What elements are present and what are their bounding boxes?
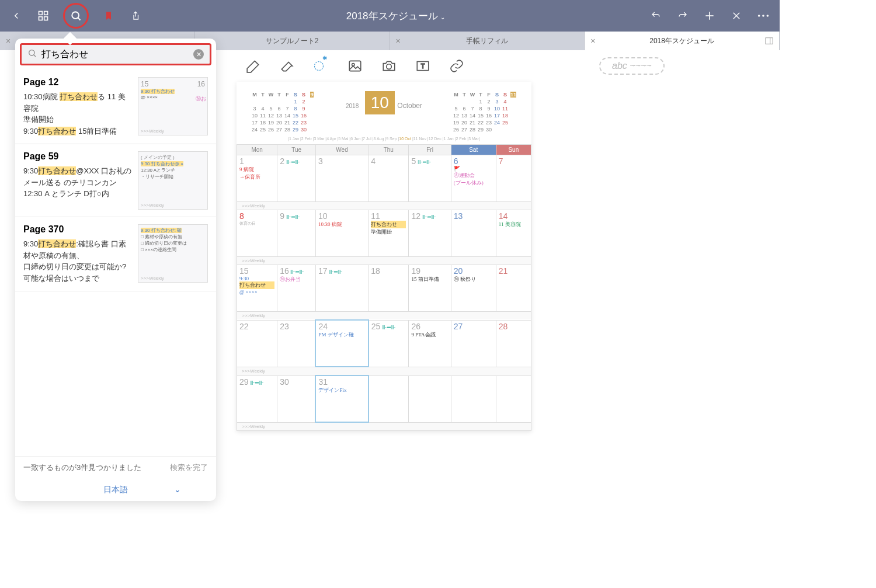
chevron-down-icon: ⌄ [174,485,181,494]
search-icon[interactable] [69,9,83,23]
undo-icon[interactable] [649,9,663,23]
clear-icon[interactable]: ✕ [193,49,204,60]
top-toolbar: 2018年スケジュール ⌄ [0,0,780,32]
search-input[interactable] [41,49,193,60]
svg-text:T: T [421,62,425,69]
calendar-cell[interactable]: 6🚩Ⓐ運動会(プール休み) [451,155,496,202]
more-icon[interactable] [756,9,770,23]
result-snippet: 10:30病院 打ち合わせる 11 美容院準備開始9:30打ち合わせ 15前日準… [23,91,132,137]
search-input-highlighted: ✕ [20,43,211,65]
result-snippet: 9:30打ち合わせ:確認ら書 口素材や原稿の有無、口締め切り日の変更は可能か?可… [23,238,132,284]
calendar-cell[interactable]: 159:30打ち合わせ@ ×××× [237,265,277,312]
close-icon[interactable] [729,9,743,23]
search-language[interactable]: 日本語⌄ [15,479,216,501]
calendar-cell[interactable]: 30 [277,375,316,422]
tab-2[interactable]: ×手帳リフィル [390,32,585,50]
mini-cal-prev: MTWTFSS912345678910111213141516171819202… [251,91,316,133]
search-panel: ✕ Page 1210:30病院 打ち合わせる 11 美容院準備開始9:30打ち… [15,39,216,501]
lasso-icon[interactable]: ✱ [313,58,329,74]
calendar-cell[interactable]: 28 [496,320,531,367]
calendar-cell[interactable]: 1010:30 病院 [315,210,368,257]
eraser-icon[interactable] [279,58,296,74]
calendar-cell[interactable]: 2 ⊪━⊪ [277,155,316,202]
calendar-cell[interactable]: 19 病院→保育所 [237,155,277,202]
calendar-cell[interactable]: 269 PTA会議 [409,320,451,367]
calendar-cell[interactable]: 11打ち合わせ準備開始 [369,210,409,257]
handwriting-input[interactable]: abc ~~~~ [599,57,665,75]
text-icon[interactable]: T [415,58,431,74]
search-footer: 一致するものが3件見つかりました 検索を完了 [15,456,216,479]
calendar-cell[interactable] [451,375,496,422]
add-icon[interactable] [703,9,717,23]
svg-rect-2 [39,17,43,20]
calendar-cell[interactable]: 27 [451,320,496,367]
result-page-title: Page 12 [23,77,132,88]
svg-rect-16 [349,61,361,71]
tab-close-icon[interactable]: × [396,36,401,46]
svg-point-15 [315,62,324,71]
calendar-cell[interactable]: 7 [496,155,531,202]
result-thumbnail: ( メインの予定 )9:30 打ち合わせ@ ×12:30 Aとランチ・リサーチ開… [138,151,208,210]
calendar-cell[interactable]: 1411 美容院 [496,210,531,257]
calendar-cell[interactable]: 31デザインFix [315,375,368,422]
calendar-cell[interactable] [369,375,409,422]
svg-line-22 [34,55,36,57]
calendar-cell[interactable]: 20Ⓝ 秋祭り [451,265,496,312]
thumbnails-icon[interactable] [36,9,50,23]
back-icon[interactable] [9,9,23,23]
tab-1[interactable]: サンプルノート2 [195,32,390,50]
svg-point-11 [762,15,764,17]
calendar-cell[interactable] [409,375,451,422]
search-glass-icon [27,48,37,60]
svg-point-18 [387,64,392,69]
svg-rect-3 [44,17,48,20]
tab-close-icon[interactable]: × [6,36,11,46]
split-icon[interactable] [765,37,773,45]
calendar-cell[interactable]: 9 ⊪━⊪ [277,210,316,257]
calendar-cell[interactable]: 12 ⊪━⊪ [409,210,451,257]
calendar-cell[interactable]: 17 ⊪━⊪ [315,265,368,312]
svg-point-4 [72,12,79,19]
calendar-cell[interactable] [496,375,531,422]
search-done[interactable]: 検索を完了 [170,462,208,473]
calendar-cell[interactable]: 25 ⊪━⊪ [369,320,409,367]
calendar-cell[interactable]: 13 [451,210,496,257]
bookmark-icon[interactable] [102,9,116,23]
svg-point-12 [767,15,769,17]
image-icon[interactable] [347,58,363,74]
calendar-cell[interactable]: 1915 前日準備 [409,265,451,312]
calendar-cell[interactable]: 3 [315,155,368,202]
redo-icon[interactable] [676,9,690,23]
svg-rect-13 [766,38,773,44]
calendar-cell[interactable]: 5 ⊪━⊪ [409,155,451,202]
link-icon[interactable] [449,58,465,74]
share-icon[interactable] [128,9,142,23]
calendar-cell[interactable]: 29 ⊪━⊪ [237,375,277,422]
pen-icon[interactable] [245,58,262,74]
tab-3[interactable]: ×2018年スケジュール [585,32,780,50]
calendar-cell[interactable]: 24PM デザイン確 [315,320,368,367]
svg-line-5 [78,18,80,20]
month-label: 2018 10 October [346,91,422,133]
calendar-cell[interactable]: 16 ⊪━⊪Ⓝお弁当 [277,265,316,312]
result-page-title: Page 370 [23,224,132,235]
calendar-cell[interactable]: 22 [237,320,277,367]
camera-icon[interactable] [381,58,397,74]
result-page-title: Page 59 [23,151,132,162]
search-result[interactable]: Page 599:30打ち合わせ@XXX 口お礼のメール送る のチリコンカン12… [15,144,216,217]
result-snippet: 9:30打ち合わせ@XXX 口お礼のメール送る のチリコンカン12:30 A と… [23,165,132,200]
match-count: 一致するものが3件見つかりました [23,462,141,473]
calendar-cell[interactable]: 21 [496,265,531,312]
search-result[interactable]: Page 3709:30打ち合わせ:確認ら書 口素材や原稿の有無、口締め切り日の… [15,217,216,291]
document-title[interactable]: 2018年スケジュール ⌄ [142,9,649,23]
calendar-cell[interactable]: 4 [369,155,409,202]
search-highlighted [63,3,89,29]
result-thumbnail: 9:30 打ち合わせ: 確□ 素材や原稿の有無□ 締め切り日の変更は□ ×××の… [138,224,208,283]
search-result[interactable]: Page 1210:30病院 打ち合わせる 11 美容院準備開始9:30打ち合わ… [15,70,216,144]
svg-rect-1 [44,12,48,15]
calendar-cell[interactable]: 8体育の日 [237,210,277,257]
svg-rect-0 [39,12,43,15]
calendar-cell[interactable]: 18 [369,265,409,312]
calendar-cell[interactable]: 23 [277,320,316,367]
tab-close-icon[interactable]: × [590,36,595,46]
